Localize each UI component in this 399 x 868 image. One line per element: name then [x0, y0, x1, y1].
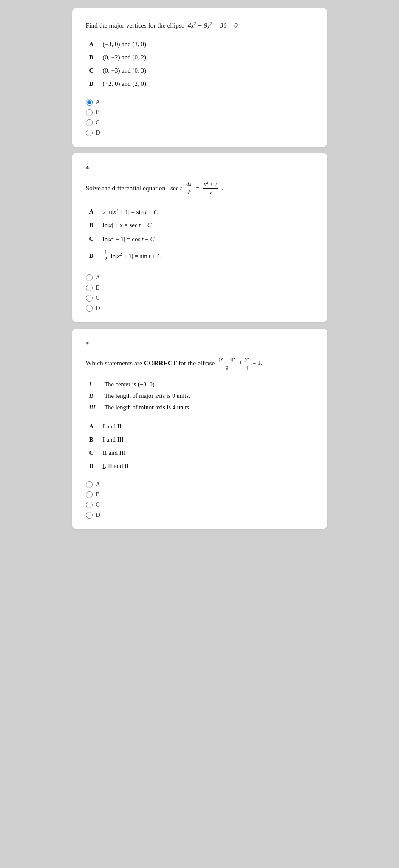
choices-table-2: A 2 ln|x2 + 1| = sin t + C B ln|x| + x =… — [86, 205, 314, 266]
radio3-option-D[interactable]: D — [86, 512, 314, 519]
choice2-content-B: ln|x| + x = sec t + C — [99, 219, 314, 232]
choices-table-1: A (−3, 0) and (3, 0) B (0, −2) and (0, 2… — [86, 38, 314, 90]
radio2-input-C[interactable] — [86, 295, 93, 302]
choice-content-D: (−2, 0) and (2, 0) — [99, 77, 314, 90]
radio-input-D[interactable] — [86, 130, 93, 136]
radio3-option-C[interactable]: C — [86, 502, 314, 508]
question-card-1: Find the major vertices for the ellipse … — [72, 8, 327, 147]
q2-frac-den: dt — [186, 188, 192, 197]
choice-row-B: B (0, −2) and (0, 2) — [86, 51, 314, 64]
stmt-text-I: The center is (−3, 0). — [101, 379, 314, 390]
choice2-row-C: C ln|x2 + 1| = cos t + C — [86, 232, 314, 246]
choice3-row-D: D I, II and III — [86, 459, 314, 473]
radio-option-B[interactable]: B — [86, 109, 314, 116]
choice-row-C: C (0, −3) and (0, 3) — [86, 64, 314, 77]
d-rest: ln|x2 + 1| = sin t + C — [111, 252, 161, 260]
choice2-label-D: D — [86, 246, 99, 266]
choice2-row-A: A 2 ln|x2 + 1| = sin t + C — [86, 205, 314, 219]
radio-group-1: A B C D — [86, 99, 314, 136]
q3-plus: + — [238, 358, 242, 368]
choice3-content-D: I, II and III — [99, 459, 314, 473]
q3-prefix: Which statements are CORRECT for the ell… — [86, 358, 215, 368]
question-text-1: Find the major vertices for the ellipse … — [86, 20, 314, 30]
q3-frac2-num: y2 — [244, 354, 250, 364]
choice3-row-C: C II and III — [86, 446, 314, 459]
choice2-label-C: C — [86, 232, 99, 246]
q2-prefix: Solve the differential equation sec t — [86, 183, 182, 193]
radio-option-D[interactable]: D — [86, 130, 314, 136]
radio2-option-C[interactable]: C — [86, 295, 314, 302]
radio3-input-B[interactable] — [86, 491, 93, 498]
radio2-option-B[interactable]: B — [86, 285, 314, 291]
question-card-3: * Which statements are CORRECT for the e… — [72, 329, 327, 529]
choice-row-D: D (−2, 0) and (2, 0) — [86, 77, 314, 90]
q2-rhs-fraction: x2 + 1 x — [203, 179, 218, 197]
half-frac: 1 2 — [104, 249, 108, 263]
radio-input-C[interactable] — [86, 119, 93, 126]
choice3-label-C: C — [86, 446, 99, 459]
stmt-text-III: The length of minor axis is 4 units. — [101, 402, 314, 413]
choice3-label-D: D — [86, 459, 99, 473]
radio-option-A[interactable]: A — [86, 99, 314, 106]
radio-group-2: A B C D — [86, 274, 314, 312]
choice-label-A: A — [86, 38, 99, 51]
choice-content-A: (−3, 0) and (3, 0) — [99, 38, 314, 51]
radio2-input-B[interactable] — [86, 285, 93, 291]
choice3-content-A: I and II — [99, 420, 314, 433]
radio3-option-A[interactable]: A — [86, 481, 314, 488]
stmt-row-I: I The center is (−3, 0). — [86, 379, 314, 390]
q3-frac1-num: (x + 3)2 — [218, 354, 236, 364]
half-num: 1 — [104, 249, 108, 256]
q3-ellipse-eq: (x + 3)2 9 + y2 4 = 1. — [217, 354, 262, 372]
q2-fraction: dx dt — [185, 180, 192, 197]
radio3-input-D[interactable] — [86, 512, 93, 519]
choice3-label-B: B — [86, 433, 99, 446]
stmt-label-I: I — [86, 379, 101, 390]
radio-option-C[interactable]: C — [86, 119, 314, 126]
radio3-option-B[interactable]: B — [86, 491, 314, 498]
choice-row-A: A (−3, 0) and (3, 0) — [86, 38, 314, 51]
choice2-content-D: 1 2 ln|x2 + 1| = sin t + C — [99, 246, 314, 266]
choice2-content-C: ln|x2 + 1| = cos t + C — [99, 232, 314, 246]
q2-rhs-num: x2 + 1 — [203, 179, 218, 189]
q3-frac1-den: 9 — [225, 364, 229, 372]
choice2-row-B: B ln|x| + x = sec t + C — [86, 219, 314, 232]
stmt-text-II: The length of major axis is 9 units. — [101, 390, 314, 402]
choice2-label-A: A — [86, 205, 99, 219]
radio-group-3: A B C D — [86, 481, 314, 519]
choice-label-B: B — [86, 51, 99, 64]
stmt-row-III: III The length of minor axis is 4 units. — [86, 402, 314, 413]
choice3-label-A: A — [86, 420, 99, 433]
radio3-input-C[interactable] — [86, 502, 93, 508]
question-star-2: * — [86, 165, 314, 173]
question-card-2: * Solve the differential equation sec t … — [72, 153, 327, 321]
q3-eq1: = 1. — [252, 358, 262, 368]
choice2-label-B: B — [86, 219, 99, 232]
statements-table-3: I The center is (−3, 0). II The length o… — [86, 379, 314, 413]
choices-table-3: A I and II B I and III C II and III D I,… — [86, 420, 314, 473]
q2-period: . — [222, 183, 224, 193]
question-star-3: * — [86, 341, 314, 348]
choice3-content-C: II and III — [99, 446, 314, 459]
radio-input-B[interactable] — [86, 109, 93, 116]
radio2-option-A[interactable]: A — [86, 274, 314, 281]
q2-rhs-den: x — [209, 189, 213, 197]
question-text-2: Solve the differential equation sec t dx… — [86, 179, 314, 197]
radio3-input-A[interactable] — [86, 481, 93, 488]
q2-frac-num: dx — [185, 180, 192, 189]
choice3-row-B: B I and III — [86, 433, 314, 446]
choice-label-D: D — [86, 77, 99, 90]
radio2-option-D[interactable]: D — [86, 305, 314, 312]
radio2-input-A[interactable] — [86, 274, 93, 281]
q3-frac1: (x + 3)2 9 — [218, 354, 236, 372]
choice3-content-B: I and III — [99, 433, 314, 446]
choice2-row-D: D 1 2 ln|x2 + 1| = sin t + C — [86, 246, 314, 266]
choice-content-B: (0, −2) and (0, 2) — [99, 51, 314, 64]
stmt-row-II: II The length of major axis is 9 units. — [86, 390, 314, 402]
radio-input-A[interactable] — [86, 99, 93, 106]
question-text-3: Which statements are CORRECT for the ell… — [86, 354, 314, 372]
choice3-row-A: A I and II — [86, 420, 314, 433]
choice-content-C: (0, −3) and (0, 3) — [99, 64, 314, 77]
radio2-input-D[interactable] — [86, 305, 93, 312]
choice-label-C: C — [86, 64, 99, 77]
